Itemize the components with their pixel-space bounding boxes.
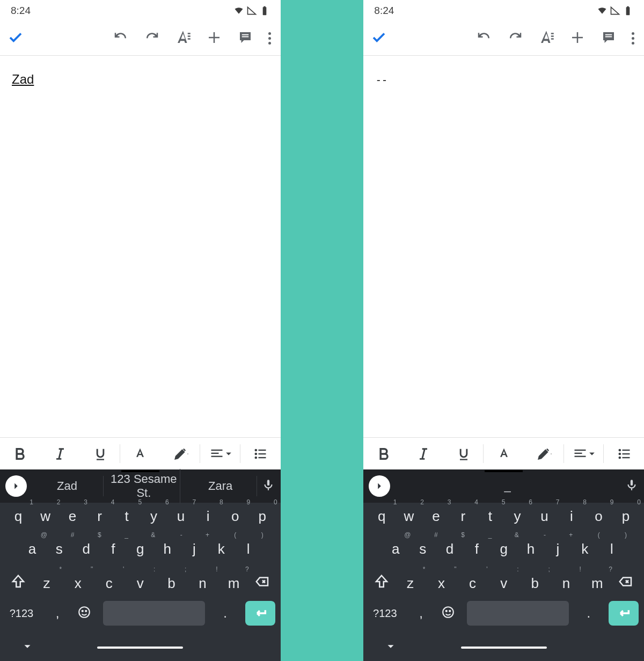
text-format-button[interactable] xyxy=(175,30,191,48)
align-button[interactable] xyxy=(200,438,240,469)
key-u[interactable]: u7 xyxy=(168,508,194,525)
more-button[interactable] xyxy=(632,32,634,45)
key-r[interactable]: r4 xyxy=(87,508,113,525)
key-a[interactable]: a@ xyxy=(19,541,45,557)
key-y[interactable]: y6 xyxy=(504,508,530,525)
expand-suggestions-button[interactable] xyxy=(369,475,390,497)
suggestion-3[interactable]: Zara xyxy=(185,476,257,496)
space-key[interactable] xyxy=(467,601,569,626)
insert-button[interactable] xyxy=(206,30,222,48)
list-button[interactable] xyxy=(604,438,644,469)
key-j[interactable]: j+ xyxy=(545,541,570,557)
key-c[interactable]: c' xyxy=(96,575,122,592)
space-key[interactable] xyxy=(103,601,205,626)
emoji-key[interactable] xyxy=(77,605,91,621)
expand-suggestions-button[interactable] xyxy=(5,475,27,497)
key-b[interactable]: b; xyxy=(522,575,548,592)
collapse-keyboard-button[interactable] xyxy=(385,641,397,655)
symbols-key[interactable]: ?123 xyxy=(369,607,401,620)
key-e[interactable]: e3 xyxy=(423,508,449,525)
comma-key[interactable]: , xyxy=(413,606,429,621)
font-color-button[interactable] xyxy=(484,438,524,469)
shift-key[interactable] xyxy=(5,574,31,593)
undo-button[interactable] xyxy=(476,30,492,48)
key-g[interactable]: g& xyxy=(127,541,153,557)
comma-key[interactable]: , xyxy=(49,606,65,621)
key-o[interactable]: o9 xyxy=(586,508,611,525)
key-g[interactable]: g& xyxy=(491,541,517,557)
document-area[interactable]: -- xyxy=(363,56,644,437)
key-p[interactable]: p0 xyxy=(613,508,639,525)
key-x[interactable]: x" xyxy=(428,575,454,592)
key-w[interactable]: w2 xyxy=(396,508,422,525)
key-d[interactable]: d$ xyxy=(74,541,99,557)
redo-button[interactable] xyxy=(507,30,523,48)
voice-input-button[interactable] xyxy=(625,478,639,494)
key-c[interactable]: c' xyxy=(460,575,486,592)
key-l[interactable]: l) xyxy=(236,541,261,557)
redo-button[interactable] xyxy=(144,30,160,48)
home-handle[interactable] xyxy=(461,647,547,649)
key-v[interactable]: v: xyxy=(491,575,517,592)
italic-button[interactable] xyxy=(40,438,80,469)
key-i[interactable]: i8 xyxy=(559,508,584,525)
suggestion-1[interactable]: _ xyxy=(394,476,620,496)
key-q[interactable]: q1 xyxy=(369,508,394,525)
shift-key[interactable] xyxy=(369,574,394,593)
key-f[interactable]: f_ xyxy=(100,541,126,557)
underline-button[interactable] xyxy=(444,438,484,469)
key-m[interactable]: m? xyxy=(584,575,610,592)
key-o[interactable]: o9 xyxy=(222,508,248,525)
bold-button[interactable] xyxy=(363,438,404,469)
emoji-key[interactable] xyxy=(441,605,455,621)
key-j[interactable]: j+ xyxy=(181,541,207,557)
key-p[interactable]: p0 xyxy=(250,508,275,525)
period-key[interactable]: . xyxy=(581,606,597,621)
period-key[interactable]: . xyxy=(217,606,233,621)
key-t[interactable]: t5 xyxy=(477,508,503,525)
key-k[interactable]: k( xyxy=(208,541,234,557)
key-t[interactable]: t5 xyxy=(114,508,140,525)
key-z[interactable]: z* xyxy=(34,575,60,592)
key-s[interactable]: s# xyxy=(410,541,436,557)
key-f[interactable]: f_ xyxy=(464,541,489,557)
highlight-button[interactable] xyxy=(524,438,564,469)
list-button[interactable] xyxy=(240,438,281,469)
key-w[interactable]: w2 xyxy=(33,508,58,525)
key-q[interactable]: q1 xyxy=(5,508,31,525)
done-button[interactable] xyxy=(8,30,24,48)
document-area[interactable]: Zad xyxy=(0,56,281,437)
key-d[interactable]: d$ xyxy=(437,541,463,557)
key-x[interactable]: x" xyxy=(65,575,91,592)
home-handle[interactable] xyxy=(97,647,183,649)
key-h[interactable]: h- xyxy=(155,541,180,557)
key-s[interactable]: s# xyxy=(46,541,72,557)
backspace-key[interactable] xyxy=(613,574,639,593)
key-z[interactable]: z* xyxy=(397,575,423,592)
font-color-button[interactable] xyxy=(120,438,160,469)
enter-key[interactable] xyxy=(245,601,275,626)
suggestion-2[interactable]: 123 Sesame St. xyxy=(108,469,180,503)
text-format-button[interactable] xyxy=(538,30,554,48)
key-k[interactable]: k( xyxy=(572,541,598,557)
voice-input-button[interactable] xyxy=(261,478,275,494)
align-button[interactable] xyxy=(564,438,604,469)
highlight-button[interactable] xyxy=(160,438,201,469)
comment-button[interactable] xyxy=(237,30,253,48)
more-button[interactable] xyxy=(268,32,271,45)
enter-key[interactable] xyxy=(609,601,639,626)
italic-button[interactable] xyxy=(404,438,444,469)
key-n[interactable]: n! xyxy=(553,575,579,592)
key-e[interactable]: e3 xyxy=(60,508,85,525)
undo-button[interactable] xyxy=(113,30,129,48)
collapse-keyboard-button[interactable] xyxy=(21,641,33,655)
key-r[interactable]: r4 xyxy=(450,508,476,525)
key-y[interactable]: y6 xyxy=(141,508,167,525)
key-l[interactable]: l) xyxy=(599,541,625,557)
comment-button[interactable] xyxy=(601,30,617,48)
key-m[interactable]: m? xyxy=(221,575,247,592)
symbols-key[interactable]: ?123 xyxy=(5,607,38,620)
key-h[interactable]: h- xyxy=(518,541,544,557)
key-n[interactable]: n! xyxy=(190,575,216,592)
backspace-key[interactable] xyxy=(250,574,275,593)
